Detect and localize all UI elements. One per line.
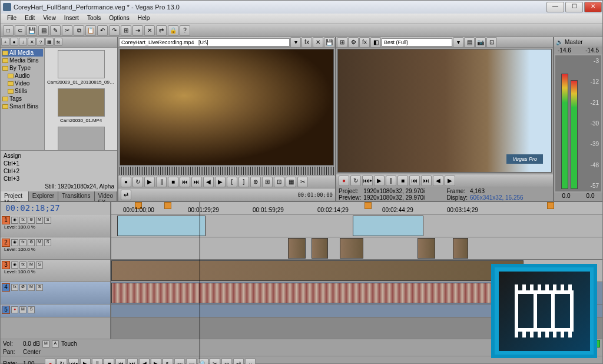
paste-button[interactable]: 📋 <box>85 25 96 36</box>
play-button[interactable]: ▶ <box>144 177 155 187</box>
menu-view[interactable]: View <box>39 14 60 24</box>
mark-out-button[interactable]: ] <box>238 177 249 187</box>
trimmer-fx-button[interactable]: fx <box>302 37 312 48</box>
record-button[interactable]: ● <box>339 176 349 186</box>
clip[interactable] <box>453 238 468 259</box>
ripple-button[interactable]: ⇥ <box>132 25 143 36</box>
tree-audio[interactable]: Audio <box>2 72 43 80</box>
marker-4[interactable] <box>365 202 372 209</box>
timeline-ruler[interactable]: 00:01:00;00 00:01:29;29 00:01:59;29 00:0… <box>111 202 602 215</box>
split-button[interactable]: ✂ <box>210 358 220 364</box>
playhead[interactable] <box>200 215 200 339</box>
bypass-button[interactable]: ◉ <box>11 217 18 224</box>
autocross-button[interactable]: ✕ <box>144 25 155 36</box>
tab-explorer[interactable]: Explorer <box>29 191 58 201</box>
menu-options[interactable]: Options <box>105 14 133 24</box>
overlay-button[interactable]: ▤ <box>464 37 475 48</box>
thumb-item[interactable]: Cam20030_01.MP4 <box>47 88 115 123</box>
maximize-button[interactable]: ☐ <box>565 2 583 12</box>
safe-areas-button[interactable]: ⊡ <box>486 37 497 48</box>
fx-button[interactable]: fx <box>19 217 26 224</box>
play-start-button[interactable]: ⏮▶ <box>68 358 79 364</box>
tree-by-type[interactable]: By Type <box>2 64 43 72</box>
go-start-button[interactable]: ⏮ <box>409 176 420 186</box>
mute-button[interactable]: M <box>36 217 43 224</box>
play-button[interactable]: ▶ <box>80 358 91 364</box>
minimize-button[interactable]: — <box>546 2 564 12</box>
quality-dropdown-icon[interactable]: ▾ <box>453 37 463 48</box>
preview-quality-select[interactable] <box>382 38 452 47</box>
redo-button[interactable]: ↷ <box>109 25 120 36</box>
envelope-button[interactable]: 〰 <box>174 358 185 364</box>
close-button[interactable]: ✕ <box>584 2 602 12</box>
trimmer-close-button[interactable]: ✕ <box>313 37 323 48</box>
mute-button[interactable]: M <box>28 262 35 269</box>
play-button[interactable]: ▶ <box>374 176 385 186</box>
stop-button[interactable]: ■ <box>168 177 178 187</box>
solo-button[interactable]: S <box>36 284 43 291</box>
views-button[interactable]: ▦ <box>45 38 54 46</box>
clip[interactable] <box>117 216 206 236</box>
record-button[interactable]: ● <box>45 358 55 364</box>
menu-tools[interactable]: Tools <box>83 14 105 24</box>
ext-monitor-button[interactable]: ⊞ <box>337 37 347 48</box>
assign-3[interactable]: Ctrl+3 <box>2 175 116 183</box>
selection-button[interactable]: ▭ <box>186 358 197 364</box>
undo-button[interactable]: ↶ <box>97 25 108 36</box>
tab-transitions[interactable]: Transitions <box>58 191 95 201</box>
menu-edit[interactable]: Edit <box>21 14 39 24</box>
rate-value[interactable]: 1.00 <box>23 360 34 365</box>
solo-button[interactable]: S <box>44 217 51 224</box>
tab-project-media[interactable]: Project Media <box>1 191 29 201</box>
clip[interactable] <box>312 238 328 259</box>
multicam-button[interactable]: ▦ <box>286 177 296 187</box>
autoripple-button[interactable]: ⇄ <box>156 25 167 36</box>
trimmer-path-input[interactable] <box>119 38 290 47</box>
import-button[interactable]: + <box>1 38 9 46</box>
trimmer-dropdown-icon[interactable]: ▾ <box>290 37 301 48</box>
solo-button[interactable]: S <box>36 262 43 269</box>
track-number[interactable]: 3 <box>2 261 10 269</box>
split-screen-button[interactable]: ◧ <box>370 37 381 48</box>
mute-button[interactable]: M <box>36 239 43 246</box>
time-stretch-button[interactable]: ↔ <box>245 358 256 364</box>
properties-button[interactable]: ✎ <box>50 25 61 36</box>
capture-button[interactable]: ● <box>10 38 18 46</box>
timeline-timecode[interactable]: 00:02:18;27 <box>1 202 110 215</box>
clip[interactable] <box>353 216 423 236</box>
automation-button[interactable]: ⚙ <box>28 217 35 224</box>
help-button[interactable]: ? <box>180 25 190 36</box>
props-button[interactable]: ? <box>37 38 45 46</box>
pause-button[interactable]: ‖ <box>386 176 396 186</box>
add-timeline-button[interactable]: ⊕ <box>250 177 261 187</box>
thumb-item[interactable]: Cam20029_01_20130815_095608.MP4 <box>47 50 115 85</box>
loop-button[interactable]: ↻ <box>350 176 361 186</box>
bypass-button[interactable]: ◉ <box>11 239 18 246</box>
media-thumbs[interactable]: Cam20029_01_20130815_095608.MP4 Cam20030… <box>45 48 117 150</box>
fx-button[interactable]: fx <box>19 262 26 269</box>
record-button[interactable]: ● <box>121 177 131 187</box>
marker-2[interactable] <box>164 202 171 209</box>
clip[interactable] <box>288 238 306 259</box>
new-button[interactable]: □ <box>3 25 14 36</box>
pan-value[interactable]: Center <box>23 349 41 355</box>
mute-master-button[interactable]: M <box>42 340 49 348</box>
clip[interactable] <box>111 260 524 281</box>
scrub-button[interactable]: ⇄ <box>121 190 131 200</box>
preview-prefs-button[interactable]: ⚙ <box>348 37 359 48</box>
preview-fx-button[interactable]: fx <box>359 37 370 48</box>
trimmer-filmstrip[interactable] <box>120 167 334 175</box>
trimmer-video[interactable] <box>120 49 334 166</box>
thumb-item[interactable] <box>47 127 115 150</box>
tree-all-media[interactable]: All Media <box>2 49 43 57</box>
prev-frame-button[interactable]: ◀ <box>433 176 443 186</box>
master-meters[interactable]: -3-12-21-30-39-48-57 <box>555 55 601 191</box>
menu-file[interactable]: File <box>3 14 21 24</box>
clip[interactable] <box>340 238 363 259</box>
loop-button[interactable]: ↻ <box>132 177 143 187</box>
pause-button[interactable]: ‖ <box>156 177 167 187</box>
trimmer-save-button[interactable]: 💾 <box>324 37 334 48</box>
assign-1[interactable]: Ctrl+1 <box>2 160 116 167</box>
trim-tool-button[interactable]: ✂ <box>297 177 308 187</box>
pause-button[interactable]: ‖ <box>92 358 102 364</box>
